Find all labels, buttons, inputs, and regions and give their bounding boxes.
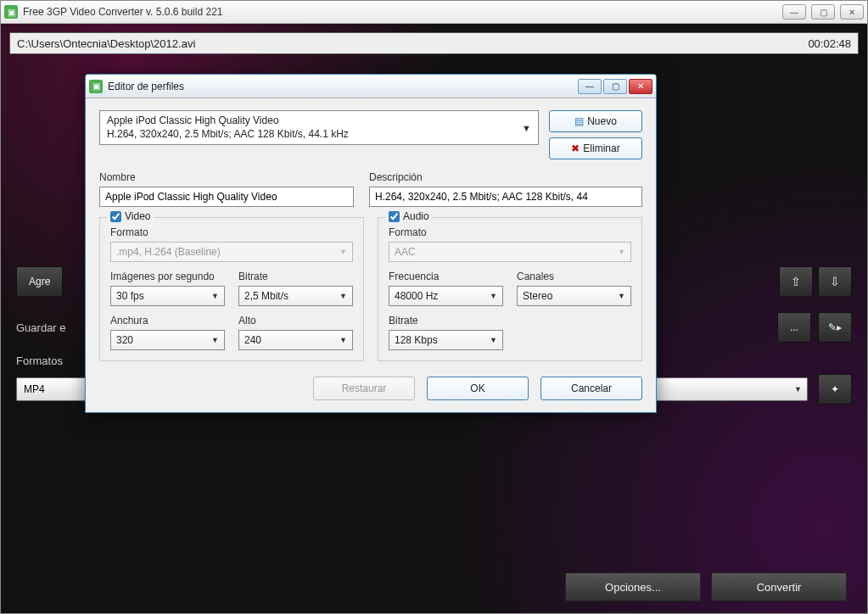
format-label: Formatos [16, 354, 76, 367]
ok-button[interactable]: OK [427, 377, 529, 400]
add-files-button[interactable]: Agre [16, 266, 63, 297]
restore-button: Restaurar [313, 377, 415, 400]
freq-label: Frecuencia [389, 271, 503, 282]
app-icon: ▣ [4, 5, 18, 19]
main-title: Free 3GP Video Converter v. 5.0.6 build … [23, 6, 782, 18]
video-legend: Video [125, 210, 150, 222]
delete-profile-button[interactable]: ✖Eliminar [549, 137, 642, 159]
audio-bitrate-select[interactable]: 128 Kbps [389, 330, 503, 350]
width-label: Anchura [110, 315, 225, 327]
convert-button[interactable]: Convertir [711, 572, 847, 601]
audio-format-label: Formato [389, 226, 631, 238]
width-select[interactable]: 320 [110, 330, 225, 350]
fps-select[interactable]: 30 fps [110, 286, 225, 306]
open-folder-button[interactable]: ✎▸ [818, 312, 852, 343]
save-to-label: Guardar e [16, 321, 76, 334]
profile-dropdown-line2: H.264, 320x240, 2.5 Mbit/s; AAC 128 Kbit… [107, 128, 516, 142]
audio-group: Audio Formato AAC Frecuencia 48000 Hz Ca… [378, 217, 642, 361]
fps-label: Imágenes por segundo [110, 271, 225, 282]
dialog-close-button[interactable]: ✕ [629, 79, 652, 94]
channels-select[interactable]: Stereo [517, 286, 631, 306]
options-button[interactable]: Opciones... [565, 572, 701, 601]
video-group: Video Formato .mp4, H.264 (Baseline) Imá… [99, 217, 364, 361]
profile-dropdown[interactable]: Apple iPod Classic High Quality Video H.… [99, 110, 539, 145]
main-titlebar: ▣ Free 3GP Video Converter v. 5.0.6 buil… [1, 1, 867, 24]
audio-format-select: AAC [389, 242, 631, 262]
name-label: Nombre [99, 171, 354, 183]
cancel-button[interactable]: Cancelar [540, 377, 642, 400]
new-profile-button[interactable]: ▤Nuevo [549, 110, 642, 132]
description-label: Descripción [369, 171, 642, 183]
dialog-minimize-button[interactable]: — [578, 79, 602, 94]
profile-editor-dialog: ▣ Editor de perfiles — ▢ ✕ Apple iPod Cl… [85, 74, 657, 413]
video-checkbox[interactable] [110, 211, 121, 222]
dialog-icon: ▣ [89, 80, 103, 93]
profile-dropdown-line1: Apple iPod Classic High Quality Video [107, 114, 516, 128]
dialog-titlebar: ▣ Editor de perfiles — ▢ ✕ [86, 75, 656, 98]
wand-icon: ✦ [831, 383, 839, 395]
minimize-button[interactable]: — [782, 4, 806, 20]
document-icon: ▤ [574, 115, 584, 127]
maximize-button[interactable]: ▢ [811, 4, 835, 20]
folder-open-icon: ✎▸ [828, 321, 842, 333]
file-path: C:\Users\Ontecnia\Desktop\2012.avi [17, 37, 808, 50]
description-input[interactable] [369, 187, 642, 207]
channels-label: Canales [517, 271, 631, 282]
audio-legend: Audio [403, 210, 429, 222]
browse-button[interactable]: ... [777, 312, 811, 343]
audio-checkbox[interactable] [389, 211, 400, 222]
video-bitrate-select[interactable]: 2,5 Mbit/s [238, 286, 353, 306]
dialog-title: Editor de perfiles [108, 81, 578, 92]
height-select[interactable]: 240 [238, 330, 353, 350]
move-down-button[interactable]: ⇩ [818, 266, 852, 297]
close-button[interactable]: ✕ [840, 4, 864, 20]
delete-x-icon: ✖ [571, 142, 580, 154]
height-label: Alto [238, 315, 353, 327]
arrow-up-icon: ⇧ [791, 275, 801, 288]
file-duration: 00:02:48 [808, 37, 851, 50]
file-row[interactable]: C:\Users\Ontecnia\Desktop\2012.avi 00:02… [9, 32, 859, 54]
freq-select[interactable]: 48000 Hz [389, 286, 503, 306]
audio-bitrate-label: Bitrate [389, 315, 503, 327]
dialog-maximize-button[interactable]: ▢ [603, 79, 627, 94]
video-bitrate-label: Bitrate [238, 271, 353, 282]
move-up-button[interactable]: ⇧ [779, 266, 813, 297]
video-format-select: .mp4, H.264 (Baseline) [110, 242, 353, 262]
profile-edit-button[interactable]: ✦ [818, 374, 852, 405]
video-format-label: Formato [110, 226, 353, 238]
name-input[interactable] [99, 187, 354, 207]
arrow-down-icon: ⇩ [830, 275, 840, 288]
